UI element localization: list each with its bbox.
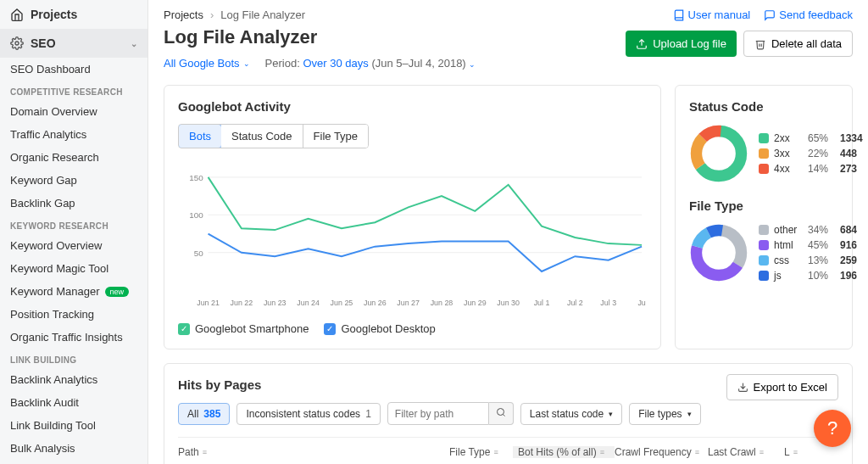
color-swatch (759, 255, 769, 266)
export-excel-button[interactable]: Export to Excel (726, 374, 838, 400)
book-icon (673, 9, 685, 21)
svg-text:Jul 1: Jul 1 (534, 299, 550, 307)
color-swatch (759, 271, 769, 281)
sidebar-item[interactable]: Bulk Analysis (0, 437, 147, 460)
svg-text:Jun 29: Jun 29 (464, 299, 487, 307)
filter-all[interactable]: All 385 (178, 403, 230, 425)
color-swatch (759, 240, 769, 250)
sidebar-item[interactable]: SEO Dashboard (0, 58, 147, 81)
svg-line-33 (503, 414, 504, 416)
filetype-donut (689, 223, 748, 282)
sort-icon: ≡ (203, 450, 207, 454)
legend-item[interactable]: ✓Googlebot Smartphone (178, 322, 309, 335)
column-header[interactable]: Path≡ (178, 446, 449, 458)
chevron-down-icon[interactable]: ⌄ (469, 60, 476, 69)
help-fab[interactable]: ? (814, 410, 851, 447)
delete-all-button[interactable]: Delete all data (743, 31, 853, 57)
sort-icon: ≡ (493, 450, 498, 454)
top-links: User manual Send feedback (673, 8, 853, 21)
line-chart-svg: 50100150Jun 21Jun 22Jun 23Jun 24Jun 25Ju… (178, 160, 647, 313)
gear-icon (10, 36, 24, 50)
sidebar-item[interactable]: Backlink Analytics (0, 368, 147, 391)
sort-icon: ≡ (793, 450, 798, 454)
column-header[interactable]: L≡ (784, 446, 810, 458)
legend-row: 3xx22%448 (759, 148, 863, 159)
status-donut (689, 124, 748, 183)
svg-text:Jun 24: Jun 24 (297, 299, 320, 307)
sidebar-item[interactable]: Keyword Gap (0, 169, 147, 192)
last-status-dropdown[interactable]: Last status code ▾ (520, 403, 622, 425)
color-swatch (759, 133, 769, 143)
main-content: Projects › Log File Analyzer User manual… (148, 0, 868, 464)
sidebar-seo[interactable]: SEO ⌄ (0, 29, 147, 58)
svg-text:Ju: Ju (637, 299, 645, 307)
sidebar-item[interactable]: Traffic Analytics (0, 123, 147, 146)
trash-icon (754, 38, 766, 50)
tab-bots[interactable]: Bots (178, 124, 222, 148)
svg-point-32 (497, 409, 504, 416)
filters-row: All Google Bots ⌄ Period: Over 30 days (… (164, 57, 853, 70)
sidebar-item[interactable]: Domain Overview (0, 100, 147, 123)
send-feedback-link[interactable]: Send feedback (764, 8, 853, 21)
sidebar: Projects SEO ⌄ SEO DashboardCOMPETITIVE … (0, 0, 148, 464)
svg-text:100: 100 (189, 210, 203, 220)
legend-row: 4xx14%273 (759, 163, 863, 175)
column-header[interactable]: Last Crawl≡ (708, 446, 784, 458)
sidebar-item[interactable]: Keyword Magic Tool (0, 257, 147, 280)
filter-inconsistent[interactable]: Inconsistent status codes 1 (236, 403, 380, 425)
chevron-down-icon: ⌄ (243, 59, 250, 68)
chevron-down-icon: ▾ (609, 410, 613, 418)
sidebar-item[interactable]: Keyword Managernew (0, 280, 147, 303)
sidebar-item[interactable]: Backlink Gap (0, 192, 147, 215)
sidebar-section-title: COMPETITIVE RESEARCH (0, 81, 147, 100)
table-header: Path≡File Type≡Bot Hits (% of all)≡Crawl… (178, 437, 838, 464)
tab-file-type[interactable]: File Type (303, 125, 369, 148)
svg-text:Jun 25: Jun 25 (331, 299, 353, 307)
file-types-dropdown[interactable]: File types ▾ (629, 403, 700, 425)
sidebar-section-title: ON PAGE & TECH SEO (0, 460, 147, 464)
sidebar-item[interactable]: Organic Traffic Insights (0, 326, 147, 349)
sidebar-item[interactable]: Organic Research (0, 146, 147, 169)
column-header[interactable]: File Type≡ (449, 446, 513, 458)
filetype-legend: other34%684html45%916css13%259js10%196 (759, 224, 857, 282)
column-header[interactable]: Bot Hits (% of all)≡ (513, 446, 615, 458)
sidebar-item[interactable]: Link Building Tool (0, 414, 147, 437)
status-legend: 2xx65%13343xx22%4484xx14%273 (759, 132, 863, 175)
breadcrumb-root[interactable]: Projects (164, 8, 203, 21)
upload-icon (636, 38, 648, 50)
tab-status-code[interactable]: Status Code (221, 125, 303, 148)
svg-text:Jun 23: Jun 23 (264, 299, 287, 307)
legend-item[interactable]: ✓Googlebot Desktop (324, 322, 435, 335)
legend-row: html45%916 (759, 239, 857, 251)
search-button[interactable] (489, 402, 514, 425)
chevron-right-icon: › (210, 8, 214, 21)
sidebar-item[interactable]: Position Tracking (0, 303, 147, 326)
legend-row: css13%259 (759, 254, 857, 266)
sidebar-item[interactable]: Backlink Audit (0, 391, 147, 414)
user-manual-link[interactable]: User manual (673, 8, 751, 21)
help-icon: ? (827, 417, 837, 439)
activity-chart: 50100150Jun 21Jun 22Jun 23Jun 24Jun 25Ju… (178, 160, 647, 316)
column-header[interactable]: Crawl Frequency≡ (615, 446, 708, 458)
filter-path-input[interactable] (387, 402, 489, 425)
period-value[interactable]: Over 30 days (303, 57, 368, 70)
legend-row: js10%196 (759, 270, 857, 282)
hits-panel: Hits by Pages Export to Excel All 385 In… (164, 363, 853, 464)
chevron-down-icon: ▾ (687, 410, 692, 418)
status-code-chart: 2xx65%13343xx22%4484xx14%273 (689, 124, 838, 183)
sidebar-section-title: KEYWORD RESEARCH (0, 215, 147, 234)
search-icon (496, 407, 506, 417)
new-badge: new (105, 287, 130, 297)
bots-filter[interactable]: All Google Bots ⌄ (164, 57, 250, 70)
color-swatch (759, 225, 769, 235)
page-actions: Upload Log file Delete all data (626, 31, 853, 57)
sidebar-projects[interactable]: Projects (0, 0, 147, 29)
upload-log-button[interactable]: Upload Log file (626, 31, 737, 57)
sort-icon: ≡ (760, 450, 764, 454)
status-code-title: Status Code (689, 99, 838, 114)
svg-text:Jun 26: Jun 26 (364, 299, 387, 307)
checkbox-icon: ✓ (324, 323, 336, 335)
sidebar-item[interactable]: Keyword Overview (0, 234, 147, 257)
legend-row: 2xx65%1334 (759, 132, 863, 144)
side-panel: Status Code 2xx65%13343xx22%4484xx14%273… (675, 85, 853, 349)
